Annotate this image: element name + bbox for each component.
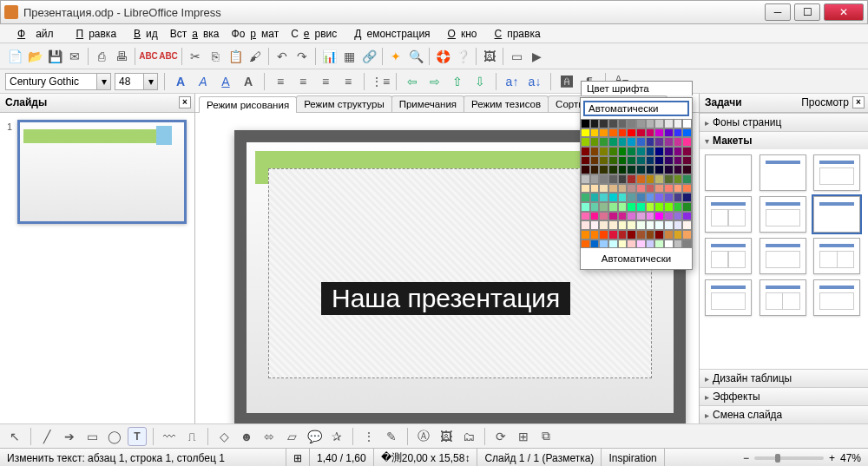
color-swatch[interactable] [654,184,664,194]
color-swatch[interactable] [654,147,664,156]
status-icon[interactable]: ⊞ [286,449,310,466]
color-swatch[interactable] [608,202,618,212]
arrow-icon[interactable]: ➔ [60,427,79,446]
color-swatch[interactable] [682,156,692,166]
color-swatch[interactable] [618,184,628,194]
section-layouts[interactable]: Макеты [700,131,868,149]
layout-item[interactable] [760,238,806,274]
color-swatch[interactable] [636,128,646,138]
color-swatch[interactable] [599,137,608,147]
color-swatch[interactable] [636,240,646,249]
color-swatch[interactable] [581,202,590,212]
color-swatch[interactable] [646,174,655,184]
color-swatch[interactable] [581,184,590,194]
zoom-control[interactable]: − + 47% [736,452,868,464]
color-swatch[interactable] [682,240,692,249]
view-menu-label[interactable]: Просмотр [801,96,849,108]
color-swatch[interactable] [636,193,646,202]
color-swatch[interactable] [646,230,655,240]
hyperlink-icon[interactable]: 🔗 [359,47,378,66]
color-swatch[interactable] [654,174,664,184]
gallery2-icon[interactable]: 🗂 [459,427,478,446]
layout-item[interactable] [813,279,860,316]
minimize-button[interactable]: ─ [765,3,791,21]
color-swatch[interactable] [646,184,655,194]
color-swatch[interactable] [636,230,646,240]
popup-footer[interactable]: Автоматически [581,248,692,269]
select-icon[interactable]: ↖ [5,427,24,446]
font-name-combo[interactable]: Century Gothic▾ [5,73,111,90]
bold-icon[interactable]: A [171,72,190,91]
redo-icon[interactable]: ↷ [293,47,312,66]
menu-format[interactable]: Формат [227,26,285,42]
color-swatch[interactable] [590,137,600,147]
color-swatch[interactable] [608,119,618,128]
color-swatch[interactable] [654,128,664,138]
color-swatch[interactable] [627,119,636,128]
color-swatch[interactable] [627,220,636,230]
color-swatch[interactable] [654,156,664,166]
color-swatch[interactable] [618,212,628,221]
color-swatch[interactable] [618,128,628,138]
align-left-icon[interactable]: ≡ [271,72,290,91]
color-swatch[interactable] [636,165,646,174]
color-swatch[interactable] [581,137,590,147]
whatsthis-icon[interactable]: ❔ [453,47,472,66]
color-swatch[interactable] [674,202,683,212]
color-swatch[interactable] [581,174,590,184]
demote-icon[interactable]: ⇨ [425,72,444,91]
color-swatch[interactable] [599,174,608,184]
close-button[interactable]: ✕ [824,3,864,21]
char-dialog-icon[interactable]: 🅰 [557,72,576,91]
color-swatch[interactable] [674,220,683,230]
color-swatch[interactable] [636,137,646,147]
color-swatch[interactable] [636,202,646,212]
color-swatch[interactable] [599,147,608,156]
color-swatch[interactable] [599,202,608,212]
color-swatch[interactable] [581,230,590,240]
autospell-icon[interactable]: ABC [159,47,178,66]
open-icon[interactable]: 📂 [25,47,44,66]
color-swatch[interactable] [590,174,600,184]
menu-help[interactable]: Справка [484,26,546,42]
tab-handout[interactable]: Режим тезисов [464,95,549,112]
color-swatch[interactable] [664,193,674,202]
color-swatch[interactable] [608,174,618,184]
rotate-icon[interactable]: ⟳ [491,427,510,446]
basicshapes-icon[interactable]: ◇ [214,427,233,446]
color-swatch[interactable] [627,193,636,202]
menu-view[interactable]: Вид [123,26,163,42]
menu-insert[interactable]: Вставка [165,26,225,42]
color-swatch[interactable] [627,137,636,147]
save-icon[interactable]: 💾 [45,47,64,66]
moveup-icon[interactable]: ⇧ [448,72,467,91]
color-swatch[interactable] [581,193,590,202]
color-swatch[interactable] [590,202,600,212]
layout-item[interactable] [705,279,752,316]
close-tasks-icon[interactable]: × [852,96,865,108]
line-icon[interactable]: ╱ [37,427,56,446]
rect-icon[interactable]: ▭ [82,427,102,446]
color-swatch[interactable] [646,165,655,174]
color-swatch[interactable] [608,220,618,230]
color-swatch[interactable] [654,119,664,128]
color-swatch[interactable] [618,193,628,202]
color-swatch[interactable] [682,165,692,174]
underline-icon[interactable]: A [216,72,235,91]
color-swatch[interactable] [646,220,655,230]
color-swatch[interactable] [664,220,674,230]
table-icon[interactable]: ▦ [339,47,358,66]
section-tabledesign[interactable]: Дизайн таблицы [700,369,868,387]
color-swatch[interactable] [581,147,590,156]
layout-item[interactable] [813,154,860,191]
color-swatch[interactable] [627,202,636,212]
paste-icon[interactable]: 📋 [226,47,245,66]
color-swatch[interactable] [608,193,618,202]
color-swatch[interactable] [581,119,590,128]
color-swatch[interactable] [599,128,608,138]
color-swatch[interactable] [590,193,600,202]
fontwork-icon[interactable]: Ⓐ [414,427,433,446]
curve-icon[interactable]: 〰 [160,427,179,446]
color-swatch[interactable] [590,184,600,194]
color-swatch[interactable] [627,230,636,240]
